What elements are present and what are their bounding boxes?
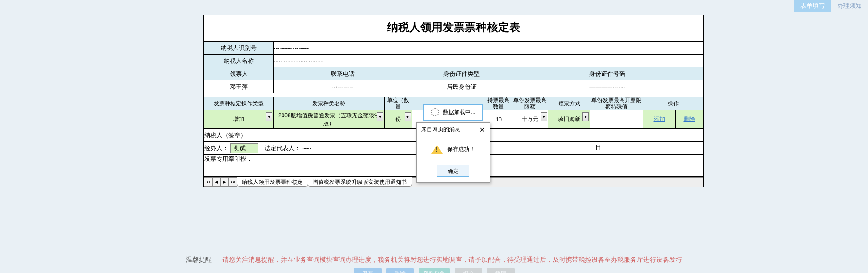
- submit-button[interactable]: 提交: [455, 268, 482, 273]
- gh-unit: 单位（数量: [384, 97, 412, 110]
- legal-value: ·--··: [302, 145, 312, 152]
- hint-label: 温馨提醒：: [186, 256, 218, 263]
- cell-method[interactable]: 验旧购新▼: [548, 110, 590, 129]
- gh-limit: 单份发票最高限额: [511, 97, 548, 110]
- date-suffix: 日: [595, 143, 703, 152]
- message-dialog: 来自网页的消息 ✕ 保存成功！ 确定: [416, 122, 490, 183]
- back-button[interactable]: 返回: [487, 268, 515, 273]
- sheet-nav-last[interactable]: ⏭: [229, 177, 237, 187]
- action-add[interactable]: 添加: [643, 110, 676, 129]
- col-phone: 联系电话: [273, 67, 412, 80]
- sheet-nav-first[interactable]: ⏮: [204, 177, 212, 187]
- gh-action: 操作: [643, 97, 703, 110]
- sheet-tab-approval[interactable]: 纳税人领用发票票种核定: [237, 177, 308, 187]
- sheet-tab-notice[interactable]: 增值税发票系统升级版安装使用通知书: [308, 177, 412, 187]
- chevron-down-icon[interactable]: ▼: [405, 112, 411, 121]
- value-taxpayer-name: ······························: [273, 55, 703, 67]
- cell-unit[interactable]: 份▼: [384, 110, 412, 129]
- label-taxpayer-id: 纳税人识别号: [204, 42, 274, 55]
- action-delete[interactable]: 删除: [676, 110, 703, 129]
- tab-form-fill[interactable]: 表单填写: [794, 0, 831, 12]
- chevron-down-icon[interactable]: ▼: [582, 112, 589, 121]
- preview-button[interactable]: 资料采集: [419, 268, 450, 273]
- cell-special[interactable]: [590, 110, 643, 129]
- handler-input[interactable]: 测试: [230, 143, 258, 153]
- ok-button[interactable]: 确定: [437, 165, 469, 177]
- handler-label: 经办人：: [204, 145, 228, 152]
- loading-indicator: 数据加载中...: [423, 104, 483, 121]
- chevron-down-icon[interactable]: ▼: [541, 112, 547, 121]
- gh-max: 持票最高数量: [486, 97, 511, 110]
- chevron-down-icon[interactable]: ▼: [266, 112, 272, 121]
- gh-kind: 发票种类名称: [273, 97, 384, 110]
- label-taxpayer-name: 纳税人名称: [204, 55, 274, 67]
- spinner-icon: [431, 108, 439, 116]
- value-phone: ···--------: [273, 80, 412, 93]
- col-idno: 身份证件号码: [511, 67, 703, 80]
- warm-hint: 温馨提醒： 请您关注消息提醒，并在业务查询模块查询办理进度，税务机关将对您进行实…: [0, 256, 868, 264]
- legal-label: 法定代表人：: [265, 145, 301, 152]
- gh-special: 单份发票最高开票限额特殊值: [590, 97, 643, 110]
- value-receiver: 邓玉萍: [204, 80, 274, 93]
- dialog-title: 来自网页的消息: [421, 126, 460, 133]
- sheet-nav-next[interactable]: ▶: [221, 177, 229, 187]
- close-icon[interactable]: ✕: [480, 126, 485, 133]
- reset-button[interactable]: 重置: [386, 268, 414, 273]
- warning-icon: [431, 145, 443, 154]
- dialog-body-text: 保存成功！: [447, 146, 475, 153]
- col-receiver: 领票人: [204, 67, 274, 80]
- value-idno: -----------··--···-: [511, 80, 703, 93]
- sheet-nav-prev[interactable]: ◀: [212, 177, 221, 187]
- col-idtype: 身份证件类型: [412, 67, 511, 80]
- loading-text: 数据加载中...: [443, 109, 475, 116]
- chevron-down-icon[interactable]: ▼: [377, 112, 383, 121]
- gh-method: 领票方式: [548, 97, 590, 110]
- page-title: 纳税人领用发票票种核定表: [204, 15, 703, 41]
- tab-handling-notice[interactable]: 办理须知: [831, 0, 868, 12]
- value-taxpayer-id: ·--·-----··--·----·: [273, 42, 703, 55]
- cell-limit[interactable]: 十万元▼: [511, 110, 548, 129]
- value-idtype: 居民身份证: [412, 80, 511, 93]
- hint-text: 请您关注消息提醒，并在业务查询模块查询办理进度，税务机关将对您进行实地调查，请予…: [222, 256, 682, 263]
- cell-kind[interactable]: 2008版增值税普通发票（五联无金额限制版）▼: [273, 110, 384, 129]
- cell-op[interactable]: 增加▼: [204, 110, 274, 129]
- gh-op: 发票种核定操作类型: [204, 97, 274, 110]
- save-button[interactable]: 保存: [354, 268, 382, 273]
